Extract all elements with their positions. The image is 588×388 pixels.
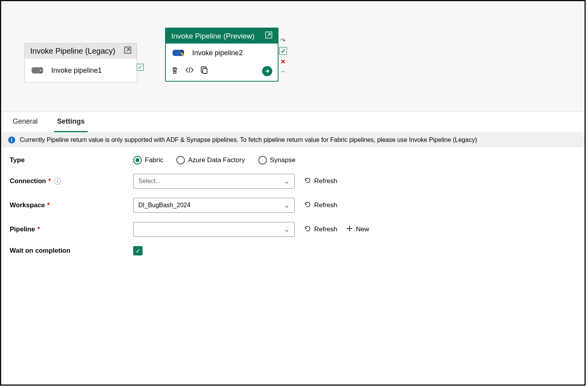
wait-checkbox[interactable]: ✓ (133, 246, 143, 255)
label-connection: Connection (10, 177, 46, 185)
expand-icon[interactable] (124, 47, 131, 56)
required-icon: * (49, 177, 51, 185)
plus-icon (346, 225, 353, 234)
help-icon[interactable]: i (54, 178, 61, 185)
new-pipeline-button[interactable]: New (346, 225, 369, 234)
info-banner: i Currently Pipeline return value is onl… (1, 133, 585, 147)
refresh-connection[interactable]: Refresh (304, 177, 337, 186)
tab-general[interactable]: General (10, 112, 41, 132)
activity-name: Invoke pipeline2 (192, 49, 243, 57)
activity-card-preview[interactable]: Invoke Pipeline (Preview) Invoke pipelin… (165, 28, 278, 82)
refresh-pipeline[interactable]: Refresh (304, 225, 337, 234)
code-icon[interactable] (185, 66, 194, 76)
label-wait: Wait on completion (10, 247, 133, 255)
redo-icon[interactable]: ↷ (279, 37, 286, 44)
chevron-down-icon (284, 225, 290, 234)
fail-icon[interactable]: ✕ (279, 58, 286, 65)
refresh-icon (304, 225, 311, 234)
success-output-icon[interactable]: ✓ (137, 64, 144, 71)
label-type: Type (10, 156, 133, 164)
required-icon: * (47, 201, 50, 209)
run-icon[interactable] (262, 66, 272, 76)
chevron-down-icon (284, 177, 290, 185)
delete-icon[interactable] (171, 66, 178, 76)
pipeline-canvas[interactable]: Invoke Pipeline (Legacy) Invoke pipeline… (1, 1, 585, 112)
refresh-workspace[interactable]: Refresh (304, 201, 337, 210)
refresh-icon (304, 201, 311, 210)
workspace-select[interactable]: DI_BugBash_2024 (133, 198, 295, 213)
banner-text: Currently Pipeline return value is only … (20, 136, 477, 143)
pipeline-icon (171, 48, 187, 58)
radio-synapse[interactable]: Synapse (258, 156, 296, 164)
tab-settings[interactable]: Settings (54, 112, 88, 132)
chevron-down-icon (284, 201, 290, 210)
pipeline-icon (30, 66, 46, 75)
card-title: Invoke Pipeline (Legacy) (30, 47, 115, 56)
activity-card-legacy[interactable]: Invoke Pipeline (Legacy) Invoke pipeline… (24, 43, 137, 82)
settings-form: Type Fabric Azure Data Factory Synapse C… (1, 147, 585, 273)
card-title: Invoke Pipeline (Preview) (171, 32, 254, 40)
radio-adf[interactable]: Azure Data Factory (176, 156, 245, 164)
skip-icon[interactable]: → (279, 68, 286, 75)
pipeline-select[interactable] (133, 222, 295, 237)
label-pipeline: Pipeline (10, 225, 35, 233)
info-icon: i (8, 136, 15, 143)
connection-select[interactable]: Select... (133, 174, 295, 189)
activity-name: Invoke pipeline1 (51, 66, 102, 75)
svg-rect-8 (203, 68, 207, 73)
required-icon: * (37, 225, 40, 233)
tabs: General Settings (1, 112, 585, 133)
label-workspace: Workspace (10, 201, 45, 209)
copy-icon[interactable] (201, 66, 208, 76)
success-icon[interactable]: ✓ (279, 47, 287, 55)
refresh-icon (304, 177, 311, 186)
radio-fabric[interactable]: Fabric (133, 156, 163, 164)
expand-icon[interactable] (265, 31, 272, 40)
output-stack: ↷ ✓ ✕ → (279, 37, 287, 75)
